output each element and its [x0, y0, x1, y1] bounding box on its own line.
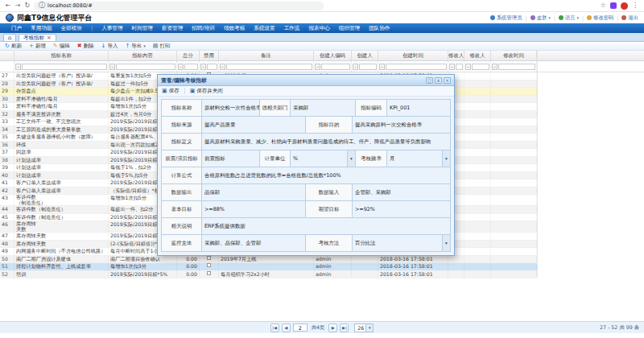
- address-bar[interactable]: ⓘ localhost:8080/#: [34, 2, 324, 10]
- window-restore-icon[interactable]: ◻: [426, 77, 433, 84]
- nav-item-3[interactable]: 全部模块: [61, 25, 82, 32]
- filter-operator-button[interactable]: -: [200, 64, 206, 70]
- forward-icon[interactable]: →: [15, 2, 21, 9]
- table-row[interactable]: 50南厂二期厂房设计及硬体南厂二期项目验收确认0.002019年7月上线admi…: [0, 256, 537, 264]
- nav-item-1[interactable]: 门户: [11, 25, 22, 32]
- filter-input-name[interactable]: [22, 64, 107, 70]
- nav-item-11[interactable]: 报表中心: [308, 25, 329, 32]
- data-output-value[interactable]: 品保部: [202, 184, 306, 201]
- column-header-content[interactable]: 指标内容: [109, 51, 177, 60]
- dropdown-caret-icon[interactable]: ▾: [442, 150, 450, 167]
- column-header-created_at[interactable]: 创建时间: [378, 51, 448, 60]
- filter-operator-button[interactable]: -: [353, 64, 358, 70]
- tab-close-icon[interactable]: ×: [47, 35, 52, 41]
- extension-icon[interactable]: [610, 2, 617, 9]
- last-page-button[interactable]: ▶|: [340, 324, 349, 332]
- prev-page-button[interactable]: ◀: [282, 324, 291, 332]
- nav-item-5[interactable]: 时间管理: [132, 25, 153, 32]
- filter-operator-button[interactable]: -: [492, 64, 497, 70]
- save-and-close-button[interactable]: ▣ 保存并关闭: [190, 88, 223, 95]
- nav-item-7[interactable]: 招聘/培训: [192, 25, 215, 32]
- unit-select[interactable]: % ▾: [291, 150, 356, 167]
- column-header-remark[interactable]: 备注: [219, 51, 314, 60]
- table-row[interactable]: 51排程计划物料齐套性、上线成套率每增加1次扣3分0.00admin2018-0…: [0, 263, 537, 271]
- leading-lagging-value[interactable]: 前置指标: [202, 150, 260, 167]
- nav-item-12[interactable]: 组织管理: [339, 25, 360, 32]
- filter-operator-button[interactable]: -: [220, 64, 225, 70]
- indicator-definition-value[interactable]: 提高原材料采购质量、减少、杜绝由于原材料质量问题造成的待工、停产、降低产品质量等…: [202, 134, 451, 150]
- toolbar-delete-button[interactable]: ✖删除: [77, 43, 94, 50]
- disable-checkbox[interactable]: [207, 263, 211, 267]
- notes-value[interactable]: ERP系统提供数据: [202, 218, 451, 235]
- page-size-select[interactable]: 26 ▾: [354, 324, 374, 332]
- filter-operator-button[interactable]: -: [379, 64, 385, 70]
- nav-item-13[interactable]: 团队协作: [369, 25, 390, 32]
- header-user[interactable]: 系统管理员: [490, 14, 522, 22]
- header-change-password[interactable]: 修改密码: [587, 14, 613, 22]
- filter-input-modifier_code[interactable]: [456, 64, 463, 70]
- header-language[interactable]: 语言▾: [559, 14, 579, 22]
- filter-operator-button[interactable]: -: [449, 64, 455, 70]
- frequency-select[interactable]: 月 ▾: [387, 150, 451, 167]
- site-info-icon[interactable]: ⓘ: [39, 2, 45, 9]
- filter-operator-button[interactable]: -: [109, 64, 115, 70]
- filter-input-modified_at[interactable]: [498, 64, 535, 70]
- nav-item-6[interactable]: 薪资管理: [162, 25, 183, 32]
- nav-item-2[interactable]: 常用功能: [31, 25, 52, 32]
- indicator-name-value[interactable]: 原材料交检一次性合格率: [202, 100, 260, 117]
- filter-input-remark[interactable]: [226, 64, 312, 70]
- related-dept-value[interactable]: 采购部: [291, 100, 356, 117]
- toolbar-add-button[interactable]: +新增: [29, 43, 46, 50]
- monitor-subject-value[interactable]: 采购部、品保部、企管部: [202, 235, 306, 252]
- indicator-purpose-value[interactable]: 提高采购原料一次交检合格率: [353, 117, 451, 134]
- method-select[interactable]: 百分比法 ▾: [353, 235, 451, 252]
- dropdown-caret-icon[interactable]: ▾: [347, 150, 355, 167]
- save-button[interactable]: ▣ 保存: [162, 88, 180, 95]
- profile-avatar[interactable]: [621, 2, 628, 10]
- filter-input-score[interactable]: [184, 64, 198, 70]
- filter-input-content[interactable]: [116, 64, 175, 70]
- bookmark-star-icon[interactable]: ☆: [601, 2, 606, 9]
- filter-operator-button[interactable]: -: [15, 64, 21, 70]
- toolbar-refresh-button[interactable]: ↻刷新: [5, 43, 22, 50]
- window-collapse-icon[interactable]: ∧: [435, 77, 442, 84]
- filter-input-creator[interactable]: [359, 64, 377, 70]
- filter-input-disabled[interactable]: [207, 64, 217, 70]
- first-page-button[interactable]: |◀: [270, 324, 279, 332]
- indicator-source-value[interactable]: 提高产品质量: [202, 117, 306, 134]
- column-header-name[interactable]: 指标名称: [14, 51, 109, 60]
- toolbar-export-button[interactable]: ↑导出▾: [125, 43, 145, 50]
- next-page-button[interactable]: ▶: [328, 324, 337, 332]
- dialog-title-bar[interactable]: 查看/编辑考核指标 ◻ ∧ ×: [158, 75, 454, 86]
- page-number-input[interactable]: [293, 324, 308, 332]
- nav-item-9[interactable]: 系统设置: [254, 25, 275, 32]
- filter-operator-button[interactable]: -: [465, 64, 471, 70]
- header-skin[interactable]: 皮肤▾: [530, 14, 551, 22]
- disable-checkbox[interactable]: [207, 271, 211, 275]
- toolbar-edit-button[interactable]: ✎编辑: [53, 43, 70, 50]
- indicator-code-value[interactable]: KPI_001: [387, 100, 451, 117]
- column-header-creator_code[interactable]: 创建人编码: [314, 51, 352, 60]
- column-header-modified_at[interactable]: 修改时间: [491, 51, 537, 60]
- filter-operator-button[interactable]: -: [178, 64, 184, 70]
- column-header-score[interactable]: 总分: [177, 51, 200, 60]
- home-tab[interactable]: ⌂: [3, 34, 16, 41]
- browser-menu-icon[interactable]: ⋮: [632, 2, 638, 9]
- table-row[interactable]: 52培训2019实际/2019目标*5%0.00每月组织学习2x2小时admin…: [0, 271, 537, 279]
- column-header-disabled[interactable]: 禁用: [200, 51, 219, 60]
- nav-item-10[interactable]: 工作流: [284, 25, 300, 32]
- filter-input-creator_code[interactable]: [321, 64, 350, 70]
- filter-input-created_at[interactable]: [386, 64, 447, 70]
- disable-checkbox[interactable]: [207, 256, 211, 260]
- data-input-value[interactable]: 企管部、采购部: [353, 184, 451, 201]
- tab-assessment-indicators[interactable]: 考核指标 ×: [19, 34, 56, 41]
- header-logout[interactable]: 退出: [621, 14, 638, 22]
- toolbar-import-button[interactable]: ↓导入: [101, 43, 118, 50]
- expected-target-value[interactable]: >=92%: [353, 201, 451, 218]
- reload-icon[interactable]: ↻: [24, 2, 30, 9]
- back-icon[interactable]: ←: [6, 2, 11, 9]
- filter-operator-button[interactable]: -: [315, 64, 320, 70]
- formula-value[interactable]: 合格原料批数占总进货批数的比率=合格批数/总批数*100%: [202, 167, 451, 184]
- toolbar-print-button[interactable]: ▤打印: [153, 43, 171, 50]
- column-header-modifier_code[interactable]: 修改人编码: [448, 51, 464, 60]
